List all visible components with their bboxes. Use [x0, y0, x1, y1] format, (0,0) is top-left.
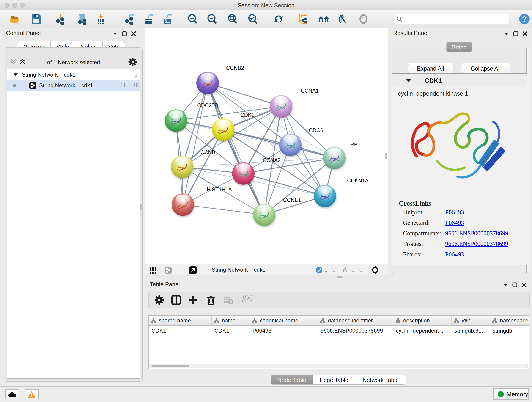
- network-node[interactable]: [323, 147, 346, 169]
- refresh-icon[interactable]: [273, 13, 285, 25]
- network-canvas[interactable]: CCNB2CCNA1CDC25BCDK1CDC6RB1CCNB1CCNA2CDK…: [145, 28, 388, 264]
- crosslink-link[interactable]: 9606.ENSP00000378699: [445, 240, 508, 248]
- open-session-icon[interactable]: [9, 13, 21, 25]
- hide-selected-icon[interactable]: [337, 13, 349, 25]
- table-gear-icon[interactable]: [154, 295, 164, 305]
- collapse-card-icon[interactable]: [406, 78, 411, 83]
- network-node[interactable]: [212, 119, 234, 141]
- zoom-out-icon[interactable]: [206, 13, 218, 25]
- import-network-icon[interactable]: [55, 13, 67, 25]
- tab-edge-table[interactable]: Edge Table: [313, 375, 355, 385]
- birds-eye-icon[interactable]: [371, 266, 380, 274]
- network-node[interactable]: [171, 156, 193, 178]
- node-label: CDKN1A: [347, 178, 368, 184]
- node-highlight: [175, 157, 190, 165]
- collapse-all-button[interactable]: Collapse All: [461, 63, 510, 74]
- network-node[interactable]: [165, 109, 187, 132]
- expand-all-icon[interactable]: [19, 59, 26, 65]
- network-view-icon[interactable]: [165, 267, 172, 274]
- float-panel-icon[interactable]: [112, 32, 118, 36]
- crosslink-link[interactable]: P06493: [445, 219, 464, 226]
- table-cell[interactable]: 9606.ENSP00000378699: [318, 326, 393, 336]
- maximize-panel-icon[interactable]: [513, 31, 518, 36]
- network-collection-row[interactable]: String Network – cdk1 1: [7, 70, 139, 80]
- results-scrollbar[interactable]: [527, 48, 530, 273]
- network-node[interactable]: [172, 193, 194, 216]
- float-panel-icon[interactable]: [504, 32, 509, 36]
- zoom-fit-icon[interactable]: [226, 13, 238, 25]
- network-node[interactable]: [196, 72, 219, 94]
- string-network-icon: [29, 82, 36, 89]
- table-cell[interactable]: CDK1: [212, 326, 250, 336]
- network-view-toolbar: String Network – cdk1 1 - 0 0 - 0: [145, 264, 388, 275]
- zoom-in-icon[interactable]: [186, 13, 198, 25]
- collapse-all-icon[interactable]: [10, 59, 17, 65]
- left-splitter-handle[interactable]: [140, 204, 142, 210]
- tab-node-table[interactable]: Node Table: [271, 375, 313, 385]
- gear-icon[interactable]: [128, 57, 137, 66]
- node-label: CDC25B: [197, 102, 218, 109]
- table-cell[interactable]: cyclin–dependent ...: [393, 326, 452, 336]
- close-panel-icon[interactable]: [521, 282, 526, 287]
- splitter-handle[interactable]: [337, 276, 343, 279]
- help-icon[interactable]: ?: [519, 13, 530, 25]
- show-all-icon[interactable]: [357, 13, 369, 25]
- maximize-panel-icon[interactable]: [512, 282, 517, 287]
- table-cell[interactable]: P06493: [250, 326, 318, 336]
- collection-label: String Network – cdk1: [22, 71, 76, 78]
- selected-checkbox-icon[interactable]: [316, 267, 322, 273]
- network-node[interactable]: [270, 95, 292, 118]
- detach-view-icon[interactable]: [189, 266, 197, 274]
- table-horizontal-scrollbar[interactable]: [149, 364, 528, 368]
- function-builder-icon[interactable]: f(x): [242, 294, 253, 302]
- close-panel-icon[interactable]: [522, 31, 527, 36]
- home-icon[interactable]: [318, 13, 330, 25]
- node-highlight: [236, 163, 251, 172]
- network-node[interactable]: [253, 204, 275, 226]
- crosslinks-title: CrossLinks: [399, 200, 431, 207]
- network-node[interactable]: [232, 162, 254, 185]
- export-image-icon[interactable]: [162, 13, 174, 25]
- table-cell[interactable]: CDK1: [149, 326, 212, 336]
- float-panel-icon[interactable]: [503, 283, 508, 287]
- status-bar: Memory: [0, 386, 532, 402]
- show-columns-icon[interactable]: [171, 295, 181, 305]
- clone-network-icon[interactable]: [298, 13, 310, 25]
- expand-all-button[interactable]: Expand All: [408, 63, 453, 74]
- export-table-icon[interactable]: [143, 13, 155, 25]
- delete-column-icon[interactable]: [206, 295, 216, 305]
- scrollbar-thumb[interactable]: [152, 365, 190, 367]
- crosslink-link[interactable]: 9606.ENSP00000378699: [445, 230, 508, 237]
- collapse-arrow-icon[interactable]: [13, 73, 18, 77]
- right-splitter-handle[interactable]: [385, 153, 387, 159]
- tab-string-results[interactable]: String: [446, 42, 472, 52]
- import-database-icon[interactable]: [76, 13, 88, 25]
- search-input[interactable]: [394, 14, 509, 24]
- table-cell[interactable]: stringdb:9...: [452, 326, 490, 336]
- network-row[interactable]: String Network – cdk1 11 48: [7, 80, 139, 90]
- table-cell[interactable]: stringdb: [490, 326, 529, 336]
- gene-card-header[interactable]: CDK1: [393, 74, 526, 87]
- node-highlight: [283, 135, 298, 143]
- zoom-selected-icon[interactable]: [247, 13, 259, 25]
- node-label: CCNA2: [263, 157, 281, 163]
- delete-table-icon[interactable]: [223, 295, 234, 305]
- import-table-icon[interactable]: [95, 13, 107, 25]
- close-panel-icon[interactable]: [131, 31, 136, 36]
- add-column-icon[interactable]: [188, 295, 198, 305]
- maximize-panel-icon[interactable]: [122, 31, 127, 36]
- warnings-button[interactable]: [25, 389, 39, 400]
- grid-view-icon[interactable]: [149, 267, 157, 274]
- results-panel-buttons: [504, 31, 527, 36]
- node-label: CDC6: [309, 128, 323, 134]
- export-network-icon[interactable]: [124, 13, 136, 25]
- network-node[interactable]: [314, 185, 336, 207]
- cloud-button[interactable]: [5, 389, 19, 400]
- save-session-icon[interactable]: [30, 13, 42, 25]
- network-node[interactable]: [279, 134, 302, 156]
- memory-button[interactable]: Memory: [493, 389, 529, 400]
- crosslink-link[interactable]: P06493: [445, 251, 464, 258]
- network-view-title: String Network – cdk1: [212, 267, 266, 273]
- crosslink-link[interactable]: P06493: [445, 209, 464, 216]
- tab-network-table[interactable]: Network Table: [355, 375, 406, 385]
